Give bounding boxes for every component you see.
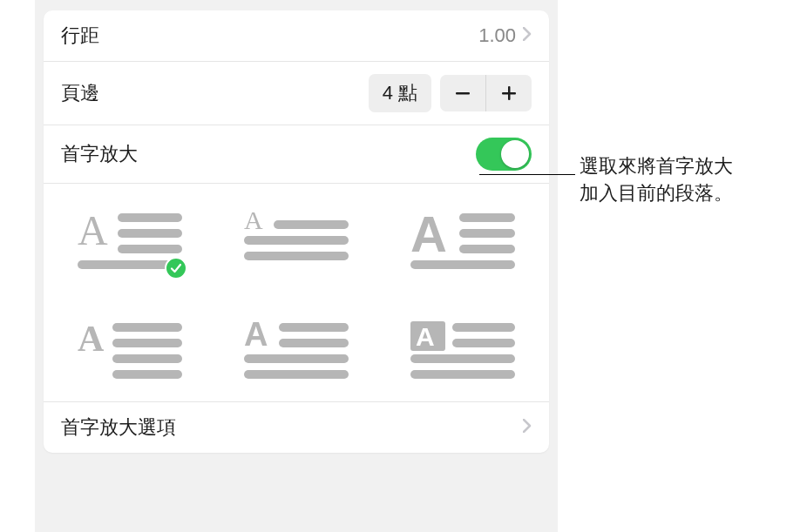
svg-rect-26 bbox=[244, 370, 349, 379]
svg-rect-30 bbox=[452, 339, 515, 347]
svg-rect-18 bbox=[112, 323, 182, 332]
svg-rect-29 bbox=[452, 323, 515, 332]
svg-rect-9 bbox=[274, 220, 349, 229]
dropcap-options-row[interactable]: 首字放大選項 bbox=[44, 402, 549, 453]
line-spacing-label: 行距 bbox=[61, 23, 99, 49]
margin-row: 頁邊 4 點 bbox=[44, 62, 549, 125]
margin-decrement-button[interactable] bbox=[440, 75, 485, 111]
svg-rect-21 bbox=[112, 370, 182, 379]
svg-text:A: A bbox=[78, 319, 105, 359]
chevron-right-icon bbox=[523, 27, 532, 44]
dropcap-style-5[interactable]: A bbox=[244, 318, 349, 384]
svg-rect-32 bbox=[410, 370, 515, 379]
svg-text:A: A bbox=[244, 208, 263, 234]
dropcap-toggle[interactable] bbox=[476, 138, 532, 171]
svg-rect-20 bbox=[112, 354, 182, 363]
margin-stepper: 4 點 bbox=[369, 74, 532, 112]
format-panel: 行距 1.00 頁邊 4 點 bbox=[35, 0, 558, 532]
svg-text:A: A bbox=[416, 322, 435, 351]
callout-leader-line bbox=[479, 174, 575, 175]
svg-rect-23 bbox=[279, 323, 349, 332]
svg-text:A: A bbox=[244, 318, 268, 353]
margin-label: 頁邊 bbox=[61, 80, 99, 106]
line-spacing-value: 1.00 bbox=[478, 24, 516, 47]
dropcap-options-label: 首字放大選項 bbox=[61, 414, 176, 441]
svg-rect-15 bbox=[459, 245, 515, 253]
dropcap-toggle-row: 首字放大 bbox=[44, 125, 549, 184]
svg-rect-5 bbox=[118, 229, 182, 238]
panel-section-top: 行距 1.00 頁邊 4 點 bbox=[44, 10, 549, 453]
svg-rect-25 bbox=[244, 354, 349, 363]
line-spacing-row[interactable]: 行距 1.00 bbox=[44, 10, 549, 62]
dropcap-label: 首字放大 bbox=[61, 141, 138, 167]
checkmark-icon bbox=[165, 257, 187, 279]
dropcap-styles-section: A A bbox=[44, 184, 549, 402]
svg-rect-0 bbox=[456, 92, 470, 95]
svg-rect-10 bbox=[244, 236, 349, 245]
svg-rect-24 bbox=[279, 339, 349, 347]
svg-text:A: A bbox=[78, 208, 108, 253]
dropcap-styles-grid: A A bbox=[61, 208, 532, 384]
svg-rect-13 bbox=[459, 213, 515, 222]
chevron-right-icon bbox=[523, 419, 532, 436]
callout-line-1: 選取來將首字放大 bbox=[580, 155, 733, 177]
svg-text:A: A bbox=[410, 208, 447, 262]
dropcap-style-4[interactable]: A bbox=[78, 318, 182, 384]
svg-rect-19 bbox=[112, 339, 182, 347]
dropcap-style-2[interactable]: A bbox=[244, 208, 349, 274]
margin-stepper-buttons bbox=[440, 75, 532, 111]
dropcap-style-6[interactable]: A bbox=[410, 318, 515, 384]
margin-increment-button[interactable] bbox=[486, 75, 532, 111]
svg-rect-4 bbox=[118, 213, 182, 222]
svg-rect-11 bbox=[244, 252, 349, 260]
svg-rect-6 bbox=[118, 245, 182, 253]
dropcap-style-1[interactable]: A bbox=[78, 208, 182, 274]
svg-rect-14 bbox=[459, 229, 515, 238]
svg-rect-2 bbox=[508, 86, 511, 100]
svg-rect-16 bbox=[410, 260, 515, 269]
callout-line-2: 加入目前的段落。 bbox=[580, 182, 733, 204]
svg-rect-31 bbox=[410, 354, 515, 363]
callout-text: 選取來將首字放大 加入目前的段落。 bbox=[580, 152, 785, 206]
toggle-knob bbox=[501, 140, 529, 168]
dropcap-style-3[interactable]: A bbox=[410, 208, 515, 274]
margin-value[interactable]: 4 點 bbox=[369, 74, 431, 112]
